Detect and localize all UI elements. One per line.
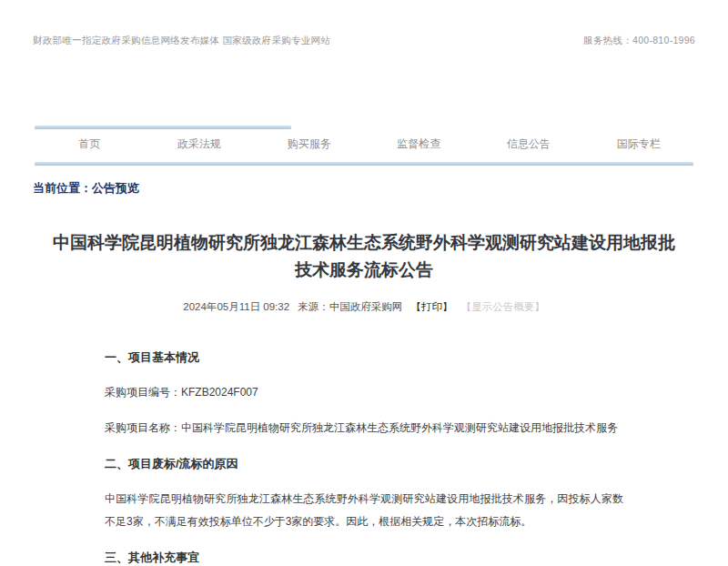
breadcrumb-current-link[interactable]: 公告预览 <box>92 181 139 195</box>
topbar: 财政部唯一指定政府采购信息网络发布媒体 国家级政府采购专业网站 服务热线：400… <box>0 0 728 47</box>
site-tagline: 财政部唯一指定政府采购信息网络发布媒体 国家级政府采购专业网站 <box>33 35 330 47</box>
article-meta: 2024年05月11日 09:32 来源：中国政府采购网 【打印】 【显示公告概… <box>35 300 693 314</box>
nav-item-purchase-services[interactable]: 购买服务 <box>254 136 364 152</box>
section-3-heading: 三、其他补充事宜 <box>105 546 623 566</box>
announcement-article: 中国科学院昆明植物研究所独龙江森林生态系统野外科学观测研究站建设用地报批技术服务… <box>35 229 693 566</box>
project-name-line: 采购项目名称：中国科学院昆明植物研究所独龙江森林生态系统野外科学观测研究站建设用… <box>105 417 623 440</box>
service-hotline: 服务热线：400-810-1996 <box>583 35 695 47</box>
nav-item-procurement-laws[interactable]: 政采法规 <box>145 136 255 152</box>
page-title: 中国科学院昆明植物研究所独龙江森林生态系统野外科学观测研究站建设用地报批技术服务… <box>49 229 679 284</box>
main-navigation: 首页 政采法规 购买服务 监督检查 信息公告 国际专栏 <box>35 126 693 166</box>
article-source: 来源：中国政府采购网 <box>298 301 402 312</box>
nav-items: 首页 政采法规 购买服务 监督检查 信息公告 国际专栏 <box>35 126 693 162</box>
nav-top-accent-line <box>35 126 291 129</box>
breadcrumb-label: 当前位置： <box>33 181 92 195</box>
nav-item-home[interactable]: 首页 <box>35 136 145 152</box>
banner-placeholder <box>0 47 728 126</box>
project-number-line: 采购项目编号：KFZB2024F007 <box>105 381 623 404</box>
section-1-heading: 一、项目基本情况 <box>105 346 623 369</box>
article-body: 一、项目基本情况 采购项目编号：KFZB2024F007 采购项目名称：中国科学… <box>35 346 693 566</box>
publish-datetime: 2024年05月11日 09:32 <box>183 301 289 312</box>
section-2-heading: 二、项目废标/流标的原因 <box>105 452 623 475</box>
failure-reason-paragraph: 中国科学院昆明植物研究所独龙江森林生态系统野外科学观测研究站建设用地报批技术服务… <box>105 488 623 533</box>
nav-item-supervision[interactable]: 监督检查 <box>364 136 474 152</box>
nav-item-international[interactable]: 国际专栏 <box>583 136 693 152</box>
breadcrumb: 当前位置：公告预览 <box>33 180 695 197</box>
print-button[interactable]: 【打印】 <box>411 301 453 312</box>
show-summary-button[interactable]: 【显示公告概要】 <box>461 301 545 312</box>
nav-item-announcements[interactable]: 信息公告 <box>474 136 584 152</box>
nav-bottom-accent-line <box>35 162 693 166</box>
